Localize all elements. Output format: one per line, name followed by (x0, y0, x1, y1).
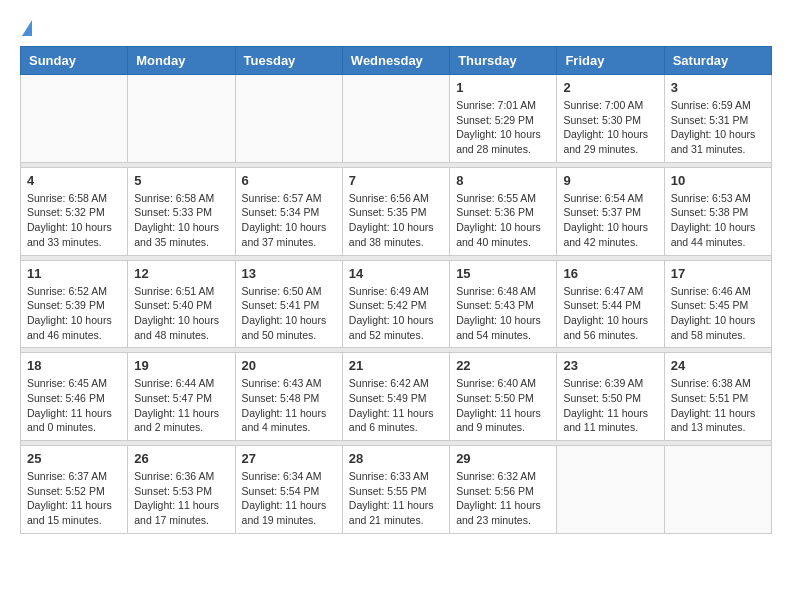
day-info: Sunrise: 6:51 AM Sunset: 5:40 PM Dayligh… (134, 284, 228, 343)
calendar-cell: 23Sunrise: 6:39 AM Sunset: 5:50 PM Dayli… (557, 353, 664, 441)
week-row-3: 11Sunrise: 6:52 AM Sunset: 5:39 PM Dayli… (21, 260, 772, 348)
calendar-cell: 28Sunrise: 6:33 AM Sunset: 5:55 PM Dayli… (342, 446, 449, 534)
day-number: 19 (134, 358, 228, 373)
day-info: Sunrise: 6:49 AM Sunset: 5:42 PM Dayligh… (349, 284, 443, 343)
calendar-cell: 21Sunrise: 6:42 AM Sunset: 5:49 PM Dayli… (342, 353, 449, 441)
calendar-cell: 16Sunrise: 6:47 AM Sunset: 5:44 PM Dayli… (557, 260, 664, 348)
day-info: Sunrise: 6:50 AM Sunset: 5:41 PM Dayligh… (242, 284, 336, 343)
day-number: 15 (456, 266, 550, 281)
day-number: 14 (349, 266, 443, 281)
weekday-header-tuesday: Tuesday (235, 47, 342, 75)
day-number: 7 (349, 173, 443, 188)
calendar-cell: 5Sunrise: 6:58 AM Sunset: 5:33 PM Daylig… (128, 167, 235, 255)
day-info: Sunrise: 6:53 AM Sunset: 5:38 PM Dayligh… (671, 191, 765, 250)
calendar-cell: 18Sunrise: 6:45 AM Sunset: 5:46 PM Dayli… (21, 353, 128, 441)
day-number: 25 (27, 451, 121, 466)
calendar-cell: 9Sunrise: 6:54 AM Sunset: 5:37 PM Daylig… (557, 167, 664, 255)
logo (20, 20, 32, 36)
day-number: 4 (27, 173, 121, 188)
day-info: Sunrise: 6:57 AM Sunset: 5:34 PM Dayligh… (242, 191, 336, 250)
day-info: Sunrise: 6:45 AM Sunset: 5:46 PM Dayligh… (27, 376, 121, 435)
calendar-cell: 24Sunrise: 6:38 AM Sunset: 5:51 PM Dayli… (664, 353, 771, 441)
calendar-cell: 22Sunrise: 6:40 AM Sunset: 5:50 PM Dayli… (450, 353, 557, 441)
calendar-cell: 26Sunrise: 6:36 AM Sunset: 5:53 PM Dayli… (128, 446, 235, 534)
day-info: Sunrise: 6:54 AM Sunset: 5:37 PM Dayligh… (563, 191, 657, 250)
calendar-cell: 25Sunrise: 6:37 AM Sunset: 5:52 PM Dayli… (21, 446, 128, 534)
day-info: Sunrise: 6:59 AM Sunset: 5:31 PM Dayligh… (671, 98, 765, 157)
day-number: 9 (563, 173, 657, 188)
day-number: 27 (242, 451, 336, 466)
day-number: 24 (671, 358, 765, 373)
day-number: 20 (242, 358, 336, 373)
day-info: Sunrise: 6:40 AM Sunset: 5:50 PM Dayligh… (456, 376, 550, 435)
calendar-cell: 11Sunrise: 6:52 AM Sunset: 5:39 PM Dayli… (21, 260, 128, 348)
day-number: 23 (563, 358, 657, 373)
weekday-header-wednesday: Wednesday (342, 47, 449, 75)
page-header (20, 20, 772, 36)
day-info: Sunrise: 6:58 AM Sunset: 5:33 PM Dayligh… (134, 191, 228, 250)
logo-arrow-icon (22, 20, 32, 36)
week-row-1: 1Sunrise: 7:01 AM Sunset: 5:29 PM Daylig… (21, 75, 772, 163)
day-info: Sunrise: 6:36 AM Sunset: 5:53 PM Dayligh… (134, 469, 228, 528)
calendar-cell: 13Sunrise: 6:50 AM Sunset: 5:41 PM Dayli… (235, 260, 342, 348)
day-info: Sunrise: 6:55 AM Sunset: 5:36 PM Dayligh… (456, 191, 550, 250)
calendar-cell: 27Sunrise: 6:34 AM Sunset: 5:54 PM Dayli… (235, 446, 342, 534)
day-number: 12 (134, 266, 228, 281)
day-number: 11 (27, 266, 121, 281)
calendar-cell (128, 75, 235, 163)
day-info: Sunrise: 6:33 AM Sunset: 5:55 PM Dayligh… (349, 469, 443, 528)
calendar-cell (21, 75, 128, 163)
day-info: Sunrise: 6:39 AM Sunset: 5:50 PM Dayligh… (563, 376, 657, 435)
calendar-cell: 8Sunrise: 6:55 AM Sunset: 5:36 PM Daylig… (450, 167, 557, 255)
calendar-cell: 2Sunrise: 7:00 AM Sunset: 5:30 PM Daylig… (557, 75, 664, 163)
day-number: 6 (242, 173, 336, 188)
day-number: 13 (242, 266, 336, 281)
day-number: 29 (456, 451, 550, 466)
day-number: 26 (134, 451, 228, 466)
calendar-cell: 15Sunrise: 6:48 AM Sunset: 5:43 PM Dayli… (450, 260, 557, 348)
calendar-cell: 1Sunrise: 7:01 AM Sunset: 5:29 PM Daylig… (450, 75, 557, 163)
day-number: 8 (456, 173, 550, 188)
calendar-cell: 12Sunrise: 6:51 AM Sunset: 5:40 PM Dayli… (128, 260, 235, 348)
day-info: Sunrise: 6:58 AM Sunset: 5:32 PM Dayligh… (27, 191, 121, 250)
day-info: Sunrise: 7:01 AM Sunset: 5:29 PM Dayligh… (456, 98, 550, 157)
weekday-header-friday: Friday (557, 47, 664, 75)
day-number: 18 (27, 358, 121, 373)
calendar-cell: 3Sunrise: 6:59 AM Sunset: 5:31 PM Daylig… (664, 75, 771, 163)
calendar-cell (235, 75, 342, 163)
day-info: Sunrise: 6:43 AM Sunset: 5:48 PM Dayligh… (242, 376, 336, 435)
day-number: 21 (349, 358, 443, 373)
calendar-cell (557, 446, 664, 534)
day-number: 5 (134, 173, 228, 188)
week-row-4: 18Sunrise: 6:45 AM Sunset: 5:46 PM Dayli… (21, 353, 772, 441)
calendar-cell: 10Sunrise: 6:53 AM Sunset: 5:38 PM Dayli… (664, 167, 771, 255)
day-info: Sunrise: 6:34 AM Sunset: 5:54 PM Dayligh… (242, 469, 336, 528)
calendar-header-row: SundayMondayTuesdayWednesdayThursdayFrid… (21, 47, 772, 75)
day-number: 2 (563, 80, 657, 95)
day-number: 16 (563, 266, 657, 281)
day-info: Sunrise: 6:37 AM Sunset: 5:52 PM Dayligh… (27, 469, 121, 528)
weekday-header-thursday: Thursday (450, 47, 557, 75)
day-info: Sunrise: 6:32 AM Sunset: 5:56 PM Dayligh… (456, 469, 550, 528)
week-row-5: 25Sunrise: 6:37 AM Sunset: 5:52 PM Dayli… (21, 446, 772, 534)
calendar-cell: 29Sunrise: 6:32 AM Sunset: 5:56 PM Dayli… (450, 446, 557, 534)
day-number: 3 (671, 80, 765, 95)
day-number: 17 (671, 266, 765, 281)
calendar-cell: 14Sunrise: 6:49 AM Sunset: 5:42 PM Dayli… (342, 260, 449, 348)
calendar-cell: 20Sunrise: 6:43 AM Sunset: 5:48 PM Dayli… (235, 353, 342, 441)
weekday-header-monday: Monday (128, 47, 235, 75)
day-number: 22 (456, 358, 550, 373)
calendar-cell: 19Sunrise: 6:44 AM Sunset: 5:47 PM Dayli… (128, 353, 235, 441)
day-number: 10 (671, 173, 765, 188)
day-info: Sunrise: 6:56 AM Sunset: 5:35 PM Dayligh… (349, 191, 443, 250)
day-info: Sunrise: 6:48 AM Sunset: 5:43 PM Dayligh… (456, 284, 550, 343)
day-number: 28 (349, 451, 443, 466)
calendar-cell (664, 446, 771, 534)
day-info: Sunrise: 6:47 AM Sunset: 5:44 PM Dayligh… (563, 284, 657, 343)
calendar-table: SundayMondayTuesdayWednesdayThursdayFrid… (20, 46, 772, 534)
day-info: Sunrise: 6:44 AM Sunset: 5:47 PM Dayligh… (134, 376, 228, 435)
calendar-cell: 6Sunrise: 6:57 AM Sunset: 5:34 PM Daylig… (235, 167, 342, 255)
day-info: Sunrise: 6:46 AM Sunset: 5:45 PM Dayligh… (671, 284, 765, 343)
calendar-cell: 4Sunrise: 6:58 AM Sunset: 5:32 PM Daylig… (21, 167, 128, 255)
calendar-cell: 17Sunrise: 6:46 AM Sunset: 5:45 PM Dayli… (664, 260, 771, 348)
